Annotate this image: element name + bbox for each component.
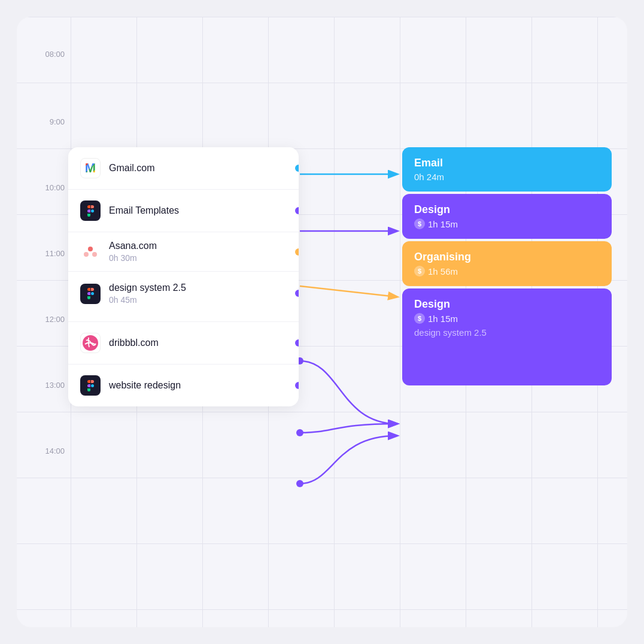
- time-0800: 08:00: [17, 50, 65, 59]
- source-website-redesign[interactable]: website redesign: [68, 364, 299, 406]
- billing-icon-1: $: [414, 218, 425, 229]
- time-labels: 08:00 9:00 10:00 11:00 12:00 13:00 14:00: [17, 17, 71, 627]
- email-block-title: Email: [414, 157, 600, 169]
- organising-block-duration: $ 1h 56m: [414, 266, 600, 277]
- main-container: 08:00 9:00 10:00 11:00 12:00 13:00 14:00: [17, 17, 627, 627]
- dribbble-connector-dot: [295, 339, 299, 347]
- website-redesign-connector-dot: [295, 382, 299, 389]
- source-panel: M Gmail.com: [68, 147, 299, 406]
- asana-duration: 0h 30m: [109, 253, 287, 263]
- dribbble-title: dribbbl.com: [109, 338, 287, 348]
- design-block-1-title: Design: [414, 203, 600, 216]
- asana-icon: [80, 242, 101, 262]
- dribbble-icon: [80, 333, 101, 353]
- design-system-title: design system 2.5: [109, 282, 287, 293]
- billing-icon-2: $: [414, 266, 425, 277]
- design-system-duration: 0h 45m: [109, 295, 287, 305]
- source-email-templates[interactable]: Email Templates: [68, 190, 299, 232]
- time-0900: 9:00: [17, 117, 65, 126]
- email-templates-title: Email Templates: [109, 205, 287, 216]
- website-redesign-icon: [80, 375, 101, 396]
- email-time-block[interactable]: Email 0h 24m: [402, 147, 612, 192]
- time-blocks-panel: Email 0h 24m Design $ 1h 15m Organising …: [402, 147, 612, 388]
- source-gmail[interactable]: M Gmail.com: [68, 147, 299, 190]
- website-redesign-title: website redesign: [109, 380, 287, 391]
- design-block-2-subtitle: design system 2.5: [414, 327, 600, 338]
- source-asana[interactable]: Asana.com 0h 30m: [68, 232, 299, 272]
- design-block-2-title: Design: [414, 298, 600, 311]
- time-1400: 14:00: [17, 446, 65, 455]
- email-templates-icon: [80, 201, 101, 221]
- email-block-duration: 0h 24m: [414, 172, 600, 182]
- design-block-1-duration: $ 1h 15m: [414, 218, 600, 229]
- gmail-connector-dot: [295, 165, 299, 172]
- billing-icon-3: $: [414, 313, 425, 324]
- asana-title: Asana.com: [109, 241, 287, 251]
- source-design-system[interactable]: design system 2.5 0h 45m: [68, 272, 299, 322]
- email-templates-connector-dot: [295, 207, 299, 214]
- organising-block-title: Organising: [414, 251, 600, 263]
- time-1200: 12:00: [17, 315, 65, 324]
- asana-connector-dot: [295, 248, 299, 256]
- design-block-2-duration: $ 1h 15m: [414, 313, 600, 324]
- organising-time-block[interactable]: Organising $ 1h 56m: [402, 241, 612, 286]
- gmail-icon: M: [80, 158, 101, 178]
- source-dribbble[interactable]: dribbbl.com: [68, 322, 299, 364]
- design-system-icon: [80, 284, 101, 304]
- time-1300: 13:00: [17, 381, 65, 390]
- design-time-block-1[interactable]: Design $ 1h 15m: [402, 194, 612, 239]
- gmail-title: Gmail.com: [109, 163, 287, 174]
- design-time-block-2[interactable]: Design $ 1h 15m design system 2.5: [402, 288, 612, 385]
- time-1000: 10:00: [17, 183, 65, 192]
- design-system-connector-dot: [295, 290, 299, 297]
- time-1100: 11:00: [17, 249, 65, 258]
